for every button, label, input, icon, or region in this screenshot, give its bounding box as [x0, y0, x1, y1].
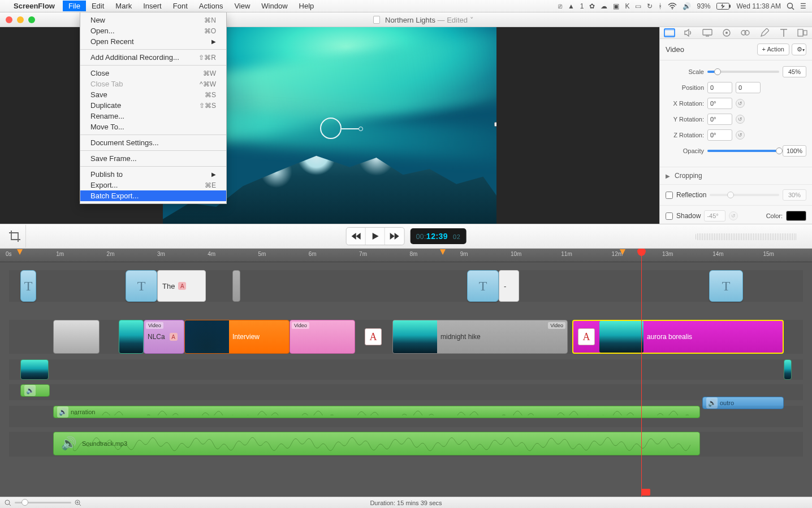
tab-screen-icon[interactable] [701, 27, 714, 38]
gear-button[interactable]: ⚙▾ [792, 44, 806, 55]
evernote-icon[interactable]: ✿ [589, 2, 595, 10]
menu-item-document-settings[interactable]: Document Settings... [80, 137, 226, 148]
title-clip[interactable]: T [20, 270, 36, 302]
shadow-color-swatch[interactable] [786, 211, 806, 221]
reflection-slider[interactable] [710, 194, 779, 196]
menu-view[interactable]: View [228, 1, 256, 11]
scale-slider[interactable] [707, 71, 779, 73]
track-2[interactable]: VideoNLCaAInterviewVideoAmidnight hikeVi… [9, 320, 803, 354]
title-clip[interactable]: T [126, 270, 157, 302]
crop-tool-button[interactable] [3, 225, 26, 248]
zoom-out-icon[interactable] [5, 500, 11, 506]
video-clip-small[interactable] [232, 270, 240, 302]
video-clip-aurora-borealis[interactable]: Aaurora borealis [572, 320, 784, 354]
minimize-window-button[interactable] [17, 16, 24, 23]
wifi-icon[interactable] [668, 3, 677, 10]
zoom-slider[interactable] [15, 502, 71, 503]
tab-touch-icon[interactable] [738, 27, 752, 38]
bluetooth-icon[interactable]: ᚼ [658, 2, 662, 10]
timeline-marker[interactable] [440, 249, 446, 255]
track-1[interactable]: TTThe AT-T [9, 270, 803, 302]
video-clip-interview[interactable]: Interview [184, 320, 290, 354]
thumb-clip[interactable] [784, 359, 792, 380]
title-clip[interactable]: T [709, 270, 743, 302]
playhead-end-marker[interactable] [641, 489, 650, 496]
track-3[interactable]: N [9, 359, 803, 380]
opacity-value[interactable]: 100% [783, 145, 806, 157]
shadow-angle-reset[interactable]: ↺ [729, 211, 738, 220]
track-5[interactable]: 🔊narration [9, 406, 803, 427]
battery-icon[interactable] [716, 3, 731, 10]
menu-item-open-recent[interactable]: Open Recent▶ [80, 36, 226, 47]
menu-item-new[interactable]: New⌘N [80, 15, 226, 25]
scale-value[interactable]: 45% [783, 66, 806, 77]
aurora-thumb-clip[interactable] [119, 320, 144, 354]
position-y[interactable]: 0 [736, 82, 761, 93]
audio-clip-narration[interactable]: 🔊narration [53, 406, 700, 418]
shadow-checkbox[interactable] [666, 212, 673, 220]
menu-actions[interactable]: Actions [193, 1, 229, 11]
menu-edit[interactable]: Edit [86, 1, 110, 11]
one-icon[interactable]: 1 [580, 2, 584, 10]
photo-clip[interactable] [53, 320, 100, 354]
menu-help[interactable]: Help [293, 1, 320, 11]
xrot-value[interactable]: 0° [707, 98, 732, 109]
sync-icon[interactable]: ↻ [647, 2, 653, 10]
edited-indicator[interactable]: — Edited ˅ [438, 16, 474, 24]
spotlight-icon[interactable] [787, 2, 794, 10]
adobe-icon[interactable]: ▲ [568, 2, 575, 10]
audio-clip-short[interactable]: 🔊 [20, 384, 50, 397]
tab-callout-icon[interactable] [720, 27, 733, 38]
menu-mark[interactable]: Mark [110, 1, 137, 11]
menu-item-publish-to[interactable]: Publish to▶ [80, 169, 226, 180]
menu-insert[interactable]: Insert [137, 1, 167, 11]
menu-item-rename[interactable]: Rename... [80, 111, 226, 121]
annotation-clip[interactable]: A [360, 320, 387, 354]
add-action-button[interactable]: + Action [757, 44, 789, 55]
timeline-scroll-thumb[interactable] [696, 233, 797, 240]
track-4[interactable]: 🔊🔊outro [9, 384, 803, 400]
menu-item-add-additional-recording[interactable]: Add Additional Recording...⇧⌘R [80, 52, 226, 63]
disclosure-icon[interactable]: ▶ [666, 173, 670, 179]
yrot-value[interactable]: 0° [707, 114, 732, 125]
k-icon[interactable]: K [625, 2, 629, 10]
tab-text-icon[interactable] [777, 27, 791, 38]
menu-item-save[interactable]: Save⌘S [80, 89, 226, 100]
box-icon[interactable]: ▣ [613, 2, 619, 10]
zrot-value[interactable]: 0° [707, 129, 732, 141]
tab-media-icon[interactable] [796, 27, 809, 38]
tab-annotation-icon[interactable] [758, 27, 771, 38]
title-clip[interactable]: T [467, 270, 499, 302]
play-button[interactable] [366, 228, 385, 245]
callout-annotation[interactable] [320, 118, 342, 139]
cloud-icon[interactable]: ☁ [601, 2, 607, 10]
video-clip-midnight-hike[interactable]: midnight hikeVideo [392, 320, 568, 354]
document-title[interactable]: Northern Lights [385, 16, 435, 24]
position-x[interactable]: 0 [707, 82, 732, 93]
app-name[interactable]: ScreenFlow [14, 2, 55, 10]
title-text-clip[interactable]: - [499, 270, 519, 302]
rewind-button[interactable] [347, 228, 366, 245]
volume-icon[interactable]: 🔊 [683, 2, 691, 10]
title-text-clip[interactable]: The A [157, 270, 206, 302]
playhead[interactable] [641, 249, 642, 497]
menu-window[interactable]: Window [256, 1, 293, 11]
menu-item-move-to[interactable]: Move To... [80, 121, 226, 132]
cropping-row[interactable]: ▶ Cropping [660, 167, 812, 185]
menu-item-export[interactable]: Export...⌘E [80, 180, 226, 190]
tab-audio-icon[interactable] [681, 27, 695, 38]
opacity-slider[interactable] [707, 150, 779, 152]
close-window-button[interactable] [6, 16, 12, 23]
video-clip-pink[interactable]: Video [290, 320, 355, 354]
timeline-marker[interactable] [17, 249, 23, 255]
menu-item-save-frame[interactable]: Save Frame... [80, 153, 226, 164]
selection-handle[interactable] [494, 122, 496, 127]
menu-item-duplicate[interactable]: Duplicate⇧⌘S [80, 100, 226, 111]
timeline-ruler[interactable]: 0s1m2m3m4m5m6m7m8m9m10m11m12m13m14m15m [0, 249, 812, 262]
shadow-angle[interactable]: -45° [704, 210, 725, 222]
timecode-display[interactable]: 00:12:39 02 [411, 228, 467, 244]
tab-video-icon[interactable] [663, 27, 676, 38]
camera-icon[interactable]: ⎚ [558, 2, 562, 10]
reflection-value[interactable]: 30% [783, 189, 806, 201]
track-6[interactable]: 🔊Soundtrack.mp3 [9, 432, 803, 457]
